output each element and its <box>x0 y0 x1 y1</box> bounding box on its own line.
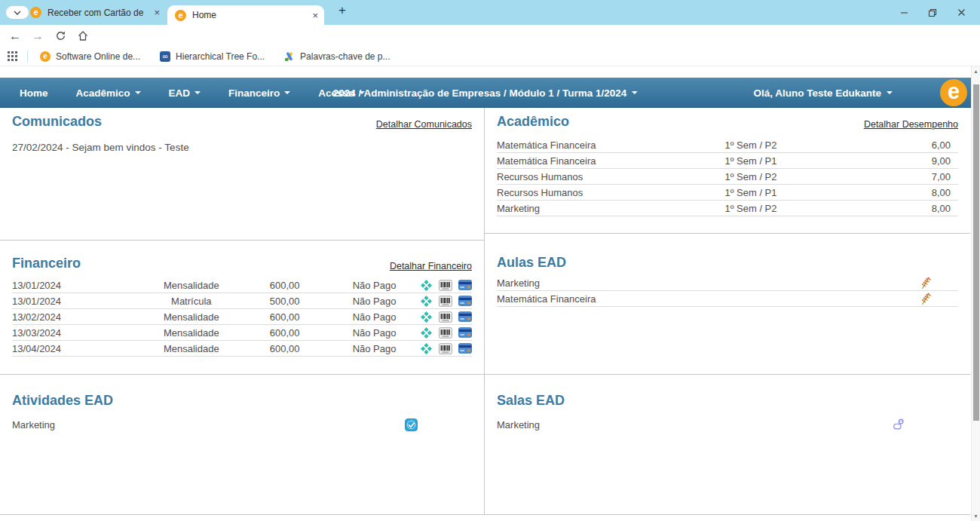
close-icon <box>957 8 966 17</box>
page-scrollbar[interactable]: ▲ ▼ <box>971 66 980 521</box>
forward-button[interactable]: → <box>29 25 47 47</box>
credit-card-payment-button[interactable] <box>458 279 472 291</box>
bookmark-palavras-chave[interactable]: Palavras-chave de p... <box>284 51 390 62</box>
bookmark-hierarchical-tree[interactable]: ∞ Hierarchical Tree Fo... <box>160 51 265 62</box>
section-aulas-ead: Aulas EAD Marketing Matemática Financeir… <box>485 234 970 375</box>
pix-payment-button[interactable] <box>419 342 433 354</box>
class-name: Marketing <box>497 277 920 289</box>
pix-payment-button[interactable] <box>419 311 433 323</box>
term: 1º Sem / P2 <box>626 171 875 182</box>
apps-grid-icon[interactable] <box>8 51 17 61</box>
grade: 8,00 <box>875 203 958 214</box>
open-class-button[interactable] <box>920 292 931 305</box>
boleto-barcode-button[interactable] <box>439 311 452 323</box>
boleto-barcode-button[interactable] <box>439 342 452 354</box>
browser-tab-inactive[interactable]: e Receber com Cartão de Crédito × <box>30 0 166 25</box>
nav-item-ead[interactable]: EAD <box>169 87 201 99</box>
invoice-type: Mensalidade <box>142 343 240 354</box>
tab-close-icon[interactable]: × <box>152 7 166 18</box>
nav-item-home[interactable]: Home <box>20 87 48 99</box>
barcode-icon <box>439 343 452 354</box>
enter-room-button[interactable] <box>892 418 905 431</box>
credit-card-payment-button[interactable] <box>458 295 472 307</box>
user-menu[interactable]: Olá, Aluno Teste Edukante <box>753 78 893 108</box>
page-viewport: Home Acadêmico EAD Financeiro Acesso 202… <box>0 66 980 521</box>
grade-row: Matemática Financeira 1º Sem / P2 6,00 <box>497 137 958 153</box>
invoice-row: 13/04/2024 Mensalidade 600,00 Não Pago <box>12 341 472 357</box>
bookmark-label: Hierarchical Tree Fo... <box>176 51 265 62</box>
activity-check-button[interactable] <box>405 418 418 431</box>
invoice-row: 13/01/2024 Matrícula 500,00 Não Pago <box>12 293 472 309</box>
section-title: Acadêmico <box>497 114 569 130</box>
detalhar-comunicados-link[interactable]: Detalhar Comunicados <box>376 119 472 130</box>
dashboard-content: Comunicados Detalhar Comunicados 27/02/2… <box>0 108 971 515</box>
pix-payment-button[interactable] <box>419 295 433 307</box>
section-comunicados: Comunicados Detalhar Comunicados 27/02/2… <box>0 108 484 241</box>
pix-icon <box>421 343 432 354</box>
invoice-row: 13/03/2024 Mensalidade 600,00 Não Pago <box>12 325 472 341</box>
tab-title: Receber com Cartão de Crédito <box>47 8 146 18</box>
activity-name: Marketing <box>12 419 405 431</box>
group-people-icon <box>892 418 905 431</box>
invoice-type: Matrícula <box>142 296 240 307</box>
tab-close-icon[interactable]: × <box>311 10 324 21</box>
detalhar-desempenho-link[interactable]: Detalhar Desempenho <box>864 119 958 130</box>
invoice-status: Não Pago <box>329 343 419 354</box>
pix-payment-button[interactable] <box>419 279 433 291</box>
nav-menu: Home Acadêmico EAD Financeiro Acesso <box>20 78 365 108</box>
credit-card-payment-button[interactable] <box>458 342 472 354</box>
subject: Recursos Humanos <box>497 171 626 182</box>
restore-button[interactable] <box>918 0 947 25</box>
google-ads-favicon <box>284 51 295 62</box>
new-tab-button[interactable]: + <box>333 3 351 21</box>
boleto-barcode-button[interactable] <box>439 326 452 339</box>
class-name: Matemática Financeira <box>497 293 920 305</box>
section-financeiro: Financeiro Detalhar Financeiro 13/01/202… <box>0 241 484 375</box>
activity-row: Marketing <box>12 415 472 434</box>
nav-item-financeiro[interactable]: Financeiro <box>228 87 290 99</box>
credit-card-payment-button[interactable] <box>458 311 472 323</box>
infinity-favicon: ∞ <box>160 51 170 62</box>
scroll-up-icon[interactable]: ▲ <box>972 69 980 74</box>
home-button[interactable] <box>74 25 92 47</box>
plant-branch-icon <box>920 276 931 290</box>
scrollbar-thumb[interactable] <box>973 84 979 421</box>
pix-payment-button[interactable] <box>419 326 433 339</box>
boleto-barcode-button[interactable] <box>439 279 452 291</box>
section-title: Financeiro <box>12 256 81 271</box>
grade: 8,00 <box>875 187 958 198</box>
room-name: Marketing <box>497 419 892 431</box>
browser-tab-active[interactable]: e Home × <box>167 5 324 25</box>
invoice-date: 13/04/2024 <box>12 343 142 354</box>
minimize-button[interactable] <box>890 0 918 25</box>
class-row: Marketing <box>497 275 958 291</box>
pix-icon <box>421 280 432 291</box>
bookmarks-bar: e Software Online de... ∞ Hierarchical T… <box>0 47 980 66</box>
edukante-logo[interactable]: e <box>940 79 967 106</box>
scroll-down-icon[interactable]: ▼ <box>972 513 980 519</box>
detalhar-financeiro-link[interactable]: Detalhar Financeiro <box>390 261 472 271</box>
invoice-date: 13/02/2024 <box>12 311 142 323</box>
close-window-button[interactable] <box>947 0 975 25</box>
chevron-down-icon <box>135 91 141 94</box>
open-class-button[interactable] <box>920 276 931 290</box>
section-atividades-ead: Atividades EAD Marketing <box>0 375 484 515</box>
invoice-status: Não Pago <box>329 280 419 291</box>
course-context-selector[interactable]: 2024 / Administração de Empresas / Módul… <box>333 78 638 108</box>
term: 1º Sem / P1 <box>626 187 875 198</box>
nav-item-academico[interactable]: Acadêmico <box>76 87 141 99</box>
pix-icon <box>421 296 432 307</box>
bookmark-software-online[interactable]: e Software Online de... <box>40 51 140 62</box>
section-salas-ead: Salas EAD Marketing <box>485 375 970 515</box>
bookmark-label: Palavras-chave de p... <box>300 51 390 62</box>
reload-button[interactable] <box>51 25 69 47</box>
chevron-down-icon <box>887 91 893 94</box>
plant-branch-icon <box>920 292 931 305</box>
tab-search-button[interactable] <box>6 6 29 19</box>
invoice-row: 13/02/2024 Mensalidade 600,00 Não Pago <box>12 309 472 325</box>
credit-card-icon <box>458 327 472 338</box>
term: 1º Sem / P2 <box>626 139 875 151</box>
credit-card-payment-button[interactable] <box>458 326 472 339</box>
boleto-barcode-button[interactable] <box>439 295 452 307</box>
back-button[interactable]: ← <box>6 25 24 47</box>
